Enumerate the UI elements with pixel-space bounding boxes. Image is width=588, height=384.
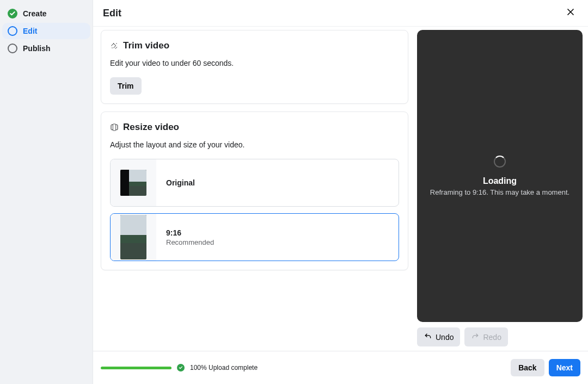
upload-status: 100% Upload complete xyxy=(101,364,258,371)
loading-spinner-icon xyxy=(494,156,506,168)
resize-description: Adjust the layout and size of your video… xyxy=(110,140,399,149)
step-edit[interactable]: Edit xyxy=(2,23,90,39)
thumbnail-image xyxy=(120,215,146,259)
next-button[interactable]: Next xyxy=(549,359,580,376)
undo-label: Undo xyxy=(436,333,454,342)
redo-button[interactable]: Redo xyxy=(464,327,507,346)
step-label: Edit xyxy=(23,27,37,35)
resize-thumb xyxy=(111,159,156,206)
step-label: Create xyxy=(23,9,47,18)
trim-button[interactable]: Trim xyxy=(110,77,142,95)
footer: 100% Upload complete Back Next xyxy=(93,351,588,384)
close-button[interactable] xyxy=(563,5,578,21)
step-sidebar: Create Edit Publish xyxy=(0,0,93,384)
resize-option-original[interactable]: Original xyxy=(110,159,399,207)
undo-icon xyxy=(424,332,432,342)
redo-icon xyxy=(471,332,480,342)
video-preview: Loading Reframing to 9:16. This may take… xyxy=(417,30,583,322)
step-create[interactable]: Create xyxy=(2,5,90,22)
page-title: Edit xyxy=(103,8,121,19)
svg-rect-3 xyxy=(113,124,115,131)
trim-description: Edit your video to under 60 seconds. xyxy=(110,59,399,67)
resize-title: Resize video xyxy=(123,122,179,133)
redo-label: Redo xyxy=(483,333,501,342)
back-button[interactable]: Back xyxy=(511,359,544,376)
trim-icon xyxy=(110,41,119,50)
svg-point-1 xyxy=(116,43,117,44)
check-icon xyxy=(8,9,17,18)
resize-card: Resize video Adjust the layout and size … xyxy=(101,112,408,270)
resize-option-9-16[interactable]: 9:16 Recommended xyxy=(110,213,399,261)
trim-title: Trim video xyxy=(123,40,169,51)
option-title: 9:16 xyxy=(166,228,214,237)
resize-icon xyxy=(110,123,119,132)
upload-text: 100% Upload complete xyxy=(190,364,258,371)
topbar: Edit xyxy=(93,0,588,27)
resize-thumb xyxy=(111,214,156,261)
undo-button[interactable]: Undo xyxy=(417,327,460,346)
loading-title: Loading xyxy=(483,176,517,186)
close-icon xyxy=(565,7,576,20)
circle-icon xyxy=(8,44,17,53)
option-title: Original xyxy=(166,178,195,187)
upload-progress xyxy=(101,367,171,369)
circle-icon xyxy=(8,26,17,36)
loading-subtitle: Reframing to 9:16. This may take a momen… xyxy=(430,188,569,196)
check-icon xyxy=(177,364,185,371)
step-publish[interactable]: Publish xyxy=(2,40,90,57)
trim-card: Trim video Edit your video to under 60 s… xyxy=(101,30,408,104)
step-label: Publish xyxy=(23,44,51,53)
option-sub: Recommended xyxy=(166,238,214,246)
thumbnail-image xyxy=(120,170,146,196)
svg-point-0 xyxy=(112,47,112,48)
